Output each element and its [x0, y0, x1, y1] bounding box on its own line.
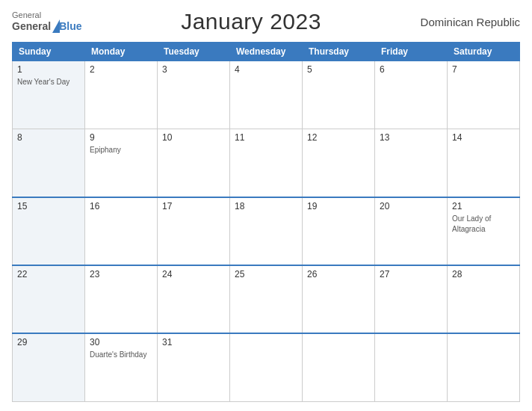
- day-cell: [375, 333, 448, 401]
- header-wednesday: Wednesday: [230, 43, 303, 61]
- week-row-5: 2930Duarte's Birthday31: [13, 333, 520, 401]
- day-number: 23: [90, 269, 152, 279]
- day-number: 7: [452, 64, 515, 75]
- day-cell: 30Duarte's Birthday: [85, 333, 158, 401]
- day-number: 4: [235, 64, 297, 75]
- day-number: 14: [452, 132, 515, 143]
- day-cell: 14: [448, 129, 520, 197]
- month-title: January 2023: [181, 9, 321, 34]
- day-cell: 24: [158, 265, 230, 333]
- day-cell: 27: [375, 265, 448, 333]
- holiday-label: Duarte's Birthday: [90, 350, 146, 359]
- day-number: 21: [452, 201, 515, 211]
- day-cell: 26: [303, 265, 375, 333]
- day-cell: 15: [13, 197, 85, 265]
- day-cell: 4: [230, 61, 303, 129]
- header-saturday: Saturday: [448, 43, 520, 61]
- calendar-container: General General Blue January 2023 Domini…: [0, 0, 532, 411]
- day-number: 10: [162, 132, 225, 143]
- day-cell: 23: [85, 265, 158, 333]
- day-number: 22: [17, 269, 80, 279]
- logo: General General Blue: [12, 10, 81, 33]
- days-header-row: Sunday Monday Tuesday Wednesday Thursday…: [13, 43, 520, 61]
- logo-blue-text: Blue: [59, 20, 81, 32]
- header-friday: Friday: [375, 43, 448, 61]
- day-number: 18: [235, 201, 297, 211]
- header-sunday: Sunday: [13, 43, 85, 61]
- day-cell: 19: [303, 197, 375, 265]
- day-number: 8: [17, 132, 80, 143]
- header-tuesday: Tuesday: [158, 43, 230, 61]
- day-number: 31: [162, 337, 225, 347]
- week-row-1: 1New Year's Day234567: [13, 61, 520, 129]
- header-thursday: Thursday: [303, 43, 375, 61]
- day-number: 30: [90, 337, 152, 347]
- holiday-label: Our Lady of Altagracia: [452, 214, 491, 233]
- day-number: 28: [452, 269, 515, 279]
- day-number: 17: [162, 201, 225, 211]
- day-cell: 11: [230, 129, 303, 197]
- day-cell: 1New Year's Day: [13, 61, 85, 129]
- day-number: 25: [235, 269, 297, 279]
- day-number: 15: [17, 201, 80, 211]
- logo-line1: General: [12, 10, 41, 19]
- day-cell: 9Epiphany: [85, 129, 158, 197]
- week-row-3: 15161718192021Our Lady of Altagracia: [13, 197, 520, 265]
- country-label: Dominican Republic: [421, 16, 520, 28]
- day-number: 5: [307, 64, 370, 75]
- week-row-4: 22232425262728: [13, 265, 520, 333]
- day-cell: 21Our Lady of Altagracia: [448, 197, 520, 265]
- day-number: 20: [380, 201, 442, 211]
- day-number: 16: [90, 201, 152, 211]
- day-cell: 8: [13, 129, 85, 197]
- logo-gen: General: [12, 20, 51, 32]
- day-number: 19: [307, 201, 370, 211]
- logo-line2: General Blue: [12, 19, 81, 33]
- day-cell: 25: [230, 265, 303, 333]
- day-cell: 22: [13, 265, 85, 333]
- day-cell: [230, 333, 303, 401]
- day-cell: [448, 333, 520, 401]
- day-number: 12: [307, 132, 370, 143]
- day-cell: 20: [375, 197, 448, 265]
- day-number: 26: [307, 269, 370, 279]
- day-cell: 17: [158, 197, 230, 265]
- header-monday: Monday: [85, 43, 158, 61]
- day-number: 1: [17, 64, 80, 75]
- day-cell: 18: [230, 197, 303, 265]
- day-number: 24: [162, 269, 225, 279]
- day-cell: 7: [448, 61, 520, 129]
- day-cell: 16: [85, 197, 158, 265]
- day-cell: [303, 333, 375, 401]
- holiday-label: New Year's Day: [17, 78, 69, 86]
- calendar-table: Sunday Monday Tuesday Wednesday Thursday…: [12, 42, 520, 402]
- day-number: 29: [17, 337, 80, 347]
- holiday-label: Epiphany: [90, 146, 121, 154]
- day-number: 13: [380, 132, 442, 143]
- day-cell: 29: [13, 333, 85, 401]
- day-cell: 10: [158, 129, 230, 197]
- day-cell: 6: [375, 61, 448, 129]
- day-cell: 28: [448, 265, 520, 333]
- day-number: 27: [380, 269, 442, 279]
- day-cell: 31: [158, 333, 230, 401]
- day-cell: 3: [158, 61, 230, 129]
- day-cell: 5: [303, 61, 375, 129]
- week-row-2: 89Epiphany1011121314: [13, 129, 520, 197]
- day-number: 6: [380, 64, 442, 75]
- day-cell: 13: [375, 129, 448, 197]
- header: General General Blue January 2023 Domini…: [12, 9, 520, 34]
- day-cell: 12: [303, 129, 375, 197]
- day-number: 11: [235, 132, 297, 143]
- day-cell: 2: [85, 61, 158, 129]
- day-number: 9: [90, 132, 152, 143]
- day-number: 3: [162, 64, 225, 75]
- day-number: 2: [90, 64, 152, 75]
